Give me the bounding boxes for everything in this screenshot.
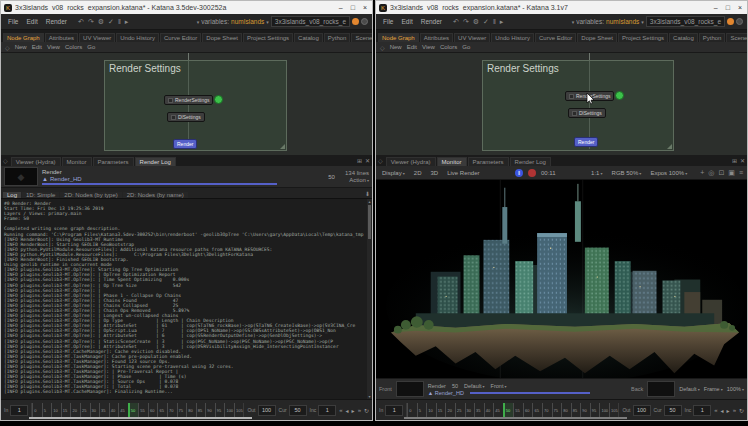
frame-tick-60[interactable]: 60: [148, 403, 158, 417]
frame-tick-5[interactable]: 5: [42, 403, 52, 417]
node-dlsettings[interactable]: DlSettings: [568, 108, 606, 118]
catalog-entry[interactable]: ▲ Render_HD: [42, 176, 318, 182]
view-flag-icon[interactable]: [615, 91, 624, 100]
frame-tick-0[interactable]: 0: [32, 403, 42, 417]
current-frame-field[interactable]: 50: [289, 405, 307, 416]
frame-tick-25[interactable]: 25: [80, 403, 90, 417]
live-render-label[interactable]: Live Render: [445, 170, 481, 176]
expand-icon[interactable]: ⊡: [718, 169, 724, 177]
tab-curve-editor[interactable]: Curve Editor: [160, 33, 201, 42]
tab-undo-history[interactable]: Undo History: [116, 33, 159, 42]
render-indicator-icon[interactable]: [727, 18, 734, 25]
undo-icon[interactable]: ↶: [78, 18, 84, 26]
frame-tick-105[interactable]: 105: [609, 403, 619, 417]
edit-flag[interactable]: [168, 98, 173, 103]
nodegraph-menu-edit[interactable]: Edit: [32, 44, 42, 50]
pane-tab-parameters[interactable]: Parameters: [93, 157, 134, 166]
step-back-button[interactable]: ◂: [721, 407, 724, 414]
tab-attributes[interactable]: Attributes: [45, 33, 78, 42]
frame-tick-65[interactable]: 65: [532, 403, 542, 417]
frame-tick-10[interactable]: 10: [51, 403, 61, 417]
catalog-entry[interactable]: ▲ Render_HD: [428, 390, 464, 396]
play-queue-icon[interactable]: ▸: [500, 18, 504, 26]
split-pane-icon[interactable]: ⊞: [732, 157, 737, 164]
play-button[interactable]: ▸: [352, 407, 355, 414]
nodegraph-menu-colors[interactable]: Colors: [440, 44, 457, 50]
frame-tick-15[interactable]: 15: [436, 403, 446, 417]
frame-tick-30[interactable]: 30: [465, 403, 475, 417]
nodegraph-menu-new[interactable]: New: [15, 44, 27, 50]
undo-icon[interactable]: ↶: [453, 18, 459, 26]
out-field[interactable]: 100: [633, 405, 651, 416]
current-frame-field[interactable]: 50: [664, 405, 682, 416]
frame-tick-75[interactable]: 75: [552, 403, 562, 417]
edit-flag[interactable]: [572, 111, 577, 116]
pane-tab-render-log[interactable]: Render Log: [510, 157, 551, 166]
frame-tick-95[interactable]: 95: [215, 403, 225, 417]
tab-catalog[interactable]: Catalog: [669, 33, 698, 42]
tab-undo-history[interactable]: Undo History: [491, 33, 534, 42]
frame-tick-80[interactable]: 80: [561, 403, 571, 417]
tab-scene[interactable]: Scene: [351, 33, 372, 42]
save-log-icon[interactable]: ⬇: [365, 190, 370, 197]
back-buffer-thumbnail[interactable]: [647, 381, 675, 397]
idle-indicator-icon[interactable]: [361, 18, 368, 25]
pane-icon[interactable]: ◇: [5, 44, 10, 51]
frame-tick-40[interactable]: 40: [484, 403, 494, 417]
frame-tick-45[interactable]: 45: [493, 403, 503, 417]
frame-tick-95[interactable]: 95: [590, 403, 600, 417]
nodegraph-menu-new[interactable]: New: [390, 44, 402, 50]
edit-flag[interactable]: [569, 94, 574, 99]
go-to-start-button[interactable]: «: [714, 407, 717, 414]
frame-tick-5[interactable]: 5: [417, 403, 427, 417]
menu-file[interactable]: File: [5, 18, 21, 25]
frame-tick-45[interactable]: 45: [118, 403, 128, 417]
maximize-button[interactable]: □: [726, 4, 730, 11]
frame-tick-25[interactable]: 25: [455, 403, 465, 417]
zoom-level-dropdown[interactable]: 1:1: [589, 170, 604, 176]
frame-tick-20[interactable]: 20: [70, 403, 80, 417]
frame-dropdown[interactable]: Frame: [704, 386, 723, 392]
frame-tick-60[interactable]: 60: [523, 403, 533, 417]
timeline-scrollbar[interactable]: [404, 417, 627, 419]
node-graph-viewport[interactable]: Render Settings RenderSettings DlSetting…: [1, 53, 372, 155]
stop-render-icon[interactable]: [528, 169, 536, 177]
pane-tab-viewer-hydra[interactable]: Viewer (Hydra): [386, 157, 436, 166]
frame-tick-100[interactable]: 100: [599, 403, 609, 417]
timeline-scrollbar[interactable]: [29, 417, 252, 419]
pane-icon[interactable]: ◇: [378, 157, 383, 164]
loop-button[interactable]: ↻: [364, 407, 369, 414]
frame-tick-55[interactable]: 55: [513, 403, 523, 417]
frame-tick-65[interactable]: 65: [157, 403, 167, 417]
nodegraph-menu-view[interactable]: View: [422, 44, 435, 50]
nodegraph-menu-edit[interactable]: Edit: [407, 44, 417, 50]
chevron-down-icon[interactable]: ▾: [641, 19, 644, 25]
titlebar[interactable]: K 3x3islands_v08_rocks_expansion.katana*…: [1, 1, 372, 14]
frame-tick-40[interactable]: 40: [109, 403, 119, 417]
tab-project-settings[interactable]: Project Settings: [618, 33, 668, 42]
maximize-button[interactable]: □: [351, 4, 355, 11]
channels-dropdown[interactable]: RGB 50%: [610, 170, 644, 176]
go-to-end-button[interactable]: »: [733, 407, 736, 414]
frame-tick-50[interactable]: 50: [503, 403, 514, 417]
frame-tick-80[interactable]: 80: [186, 403, 196, 417]
out-field[interactable]: 100: [258, 405, 276, 416]
frame-tick-55[interactable]: 55: [138, 403, 148, 417]
frame-tick-70[interactable]: 70: [167, 403, 177, 417]
scrollbar-thumb[interactable]: [368, 205, 371, 239]
frame-tick-10[interactable]: 10: [426, 403, 436, 417]
node-graph-viewport[interactable]: Render Settings RenderSettings DlSetting…: [376, 53, 747, 155]
tab-scene[interactable]: Scene: [726, 33, 747, 42]
in-field[interactable]: 1: [385, 405, 403, 416]
minimize-button[interactable]: –: [339, 4, 343, 11]
step-back-button[interactable]: ◂: [346, 407, 349, 414]
idle-indicator-icon[interactable]: [736, 18, 743, 25]
chevron-down-icon[interactable]: ▾: [266, 19, 269, 25]
scroll-up-icon[interactable]: ▴: [367, 199, 372, 204]
close-button[interactable]: ×: [738, 4, 742, 11]
pane-icon[interactable]: ◇: [380, 44, 385, 51]
action-dropdown[interactable]: Action: [349, 177, 369, 183]
scene-name-field[interactable]: 3x3islands_v08_rocks_e: [271, 16, 350, 27]
front-buffer-thumbnail[interactable]: [396, 381, 424, 397]
increment-field[interactable]: 1: [318, 405, 336, 416]
